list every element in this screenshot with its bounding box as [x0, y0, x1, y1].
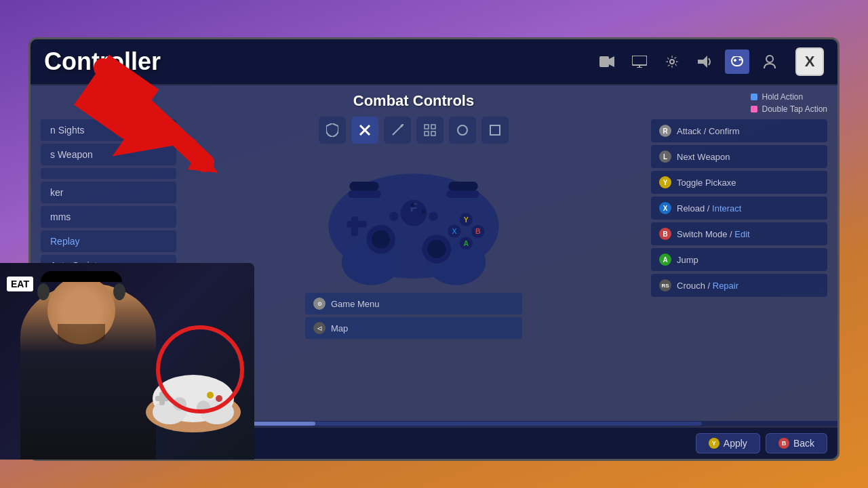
nav-icon-settings[interactable] [660, 49, 684, 74]
svg-rect-2 [632, 56, 647, 65]
beard [58, 324, 105, 344]
person-head [47, 277, 115, 344]
jump-label: Jump [677, 255, 698, 265]
nav-icon-video[interactable] [595, 49, 619, 74]
svg-point-48 [422, 210, 426, 214]
apply-button[interactable]: Y Apply [696, 433, 760, 453]
svg-rect-19 [425, 131, 429, 136]
svg-line-16 [401, 124, 403, 127]
svg-point-54 [173, 397, 186, 411]
svg-point-21 [458, 125, 467, 135]
right-item-switch-mode[interactable]: B Switch Mode / Edit [651, 222, 827, 245]
svg-rect-17 [425, 125, 429, 129]
svg-rect-20 [431, 131, 435, 136]
svg-text:B: B [475, 227, 481, 235]
webcam-overlay: EAT [0, 263, 254, 460]
switch-mode-label: Switch Mode / Edit [677, 229, 750, 239]
svg-line-15 [393, 125, 402, 135]
toggle-pickaxe-label: Toggle Pickaxe [677, 178, 736, 188]
btn-b-mode: B [659, 228, 671, 240]
nav-icon-monitor[interactable] [627, 49, 652, 74]
headphone-left [37, 283, 50, 300]
right-item-toggle-pickaxe[interactable]: Y Toggle Pickaxe [651, 171, 827, 194]
badge-y-apply: Y [709, 438, 719, 449]
person-body [20, 283, 156, 460]
nav-icon-profile[interactable] [757, 49, 782, 74]
badge-dpad: ◁ [313, 322, 326, 334]
btn-a-jump: A [659, 253, 671, 266]
footer-right: Y Apply B Back [696, 433, 827, 453]
repair-link: Repair [713, 281, 738, 291]
right-item-attack[interactable]: R Attack / Confirm [651, 119, 827, 142]
badge-select: ⊙ [313, 298, 326, 310]
btn-y-pickaxe: Y [659, 176, 671, 188]
apply-label: Apply [724, 438, 747, 449]
held-controller [139, 365, 248, 432]
svg-point-27 [372, 230, 390, 248]
window-title: Controller [44, 47, 161, 76]
svg-rect-22 [490, 125, 500, 135]
btn-x-reload: X [659, 202, 671, 214]
left-item-weapon[interactable]: s Weapon [41, 144, 176, 165]
svg-point-47 [429, 211, 438, 221]
next-weapon-label: Next Weapon [677, 152, 730, 162]
svg-text:Y: Y [464, 216, 469, 224]
nav-icons [595, 49, 782, 74]
badge-b-back: B [778, 438, 789, 449]
game-menu-label: Game Menu [331, 299, 380, 309]
svg-text:X: X [452, 227, 456, 235]
svg-point-29 [427, 240, 446, 258]
svg-rect-40 [348, 190, 380, 199]
title-bar: Controller X [31, 39, 837, 85]
right-item-reload[interactable]: X Reload / Interact [651, 197, 827, 220]
btn-rs-crouch: RS [659, 279, 671, 291]
svg-point-49 [410, 203, 414, 207]
svg-text:F: F [410, 201, 418, 214]
left-item-replay[interactable]: Replay [41, 230, 176, 252]
sub-nav-icon-cross[interactable] [351, 117, 378, 144]
svg-point-12 [766, 56, 773, 62]
back-button[interactable]: B Back [766, 433, 827, 453]
sub-nav-icon-shield[interactable] [319, 117, 346, 144]
eat-sign: EAT [7, 277, 33, 291]
svg-point-10 [739, 59, 741, 61]
svg-marker-6 [698, 56, 707, 68]
left-item-ker[interactable]: ker [41, 182, 176, 203]
headphone-right [113, 283, 125, 300]
right-item-crouch[interactable]: RS Crouch / Repair [651, 274, 827, 297]
svg-rect-42 [349, 182, 379, 191]
nav-icon-audio[interactable] [692, 49, 717, 74]
svg-rect-7 [732, 56, 743, 66]
combat-title: Combat Controls [353, 92, 474, 110]
headphones-band [41, 271, 122, 282]
sub-nav-icon-grid[interactable] [416, 117, 443, 144]
left-item-3[interactable] [41, 168, 176, 179]
action-map[interactable]: ◁ Map [305, 317, 522, 339]
edit-link: Edit [734, 229, 749, 239]
svg-point-59 [216, 395, 222, 402]
action-game-menu[interactable]: ⊙ Game Menu [305, 293, 522, 314]
sub-nav-icon-square[interactable] [481, 117, 509, 144]
sub-nav-icon-pickaxe[interactable] [384, 117, 411, 144]
btn-lb-weapon: L [659, 150, 671, 163]
svg-rect-31 [347, 221, 366, 228]
right-item-jump[interactable]: A Jump [651, 248, 827, 271]
nav-icon-controller[interactable] [725, 49, 749, 74]
reload-label: Reload / Interact [677, 203, 741, 214]
svg-rect-43 [448, 182, 478, 191]
crouch-label: Crouch / Repair [677, 281, 738, 291]
close-button[interactable]: X [795, 47, 824, 76]
attack-label: Attack / Confirm [677, 126, 739, 136]
right-item-next-weapon[interactable]: L Next Weapon [651, 145, 827, 168]
svg-rect-9 [734, 59, 736, 62]
bottom-center-actions: ⊙ Game Menu ◁ Map [305, 293, 522, 339]
sub-nav-icon-circle[interactable] [449, 117, 476, 144]
svg-point-58 [207, 392, 214, 399]
left-item-mms[interactable]: mms [41, 206, 176, 228]
map-label: Map [331, 323, 348, 333]
btn-rb-attack: R [659, 125, 671, 137]
reload-link: Interact [712, 203, 741, 214]
left-item-sights[interactable]: n Sights [41, 119, 176, 141]
right-panel: R Attack / Confirm L Next Weapon Y Toggl… [651, 92, 827, 414]
svg-point-11 [741, 59, 743, 61]
